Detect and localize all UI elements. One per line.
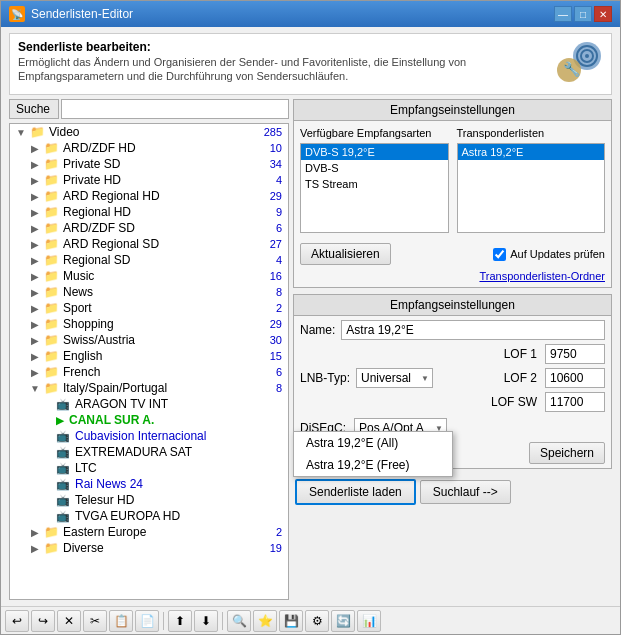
close-button[interactable]: ✕ (594, 6, 612, 22)
tree-item-cubavision[interactable]: 📺Cubavision Internacional (10, 428, 288, 444)
toolbar-btn-10[interactable]: 🔍 (227, 610, 251, 632)
lof1-label: LOF 1 (504, 347, 539, 361)
toolbar-btn-4[interactable]: 📋 (109, 610, 133, 632)
title-bar: 📡 Senderlisten-Editor — □ ✕ (1, 1, 620, 27)
transponder-astra-19-2[interactable]: Astra 19,2°E (458, 144, 605, 160)
toolbar-btn-14[interactable]: 🔄 (331, 610, 355, 632)
header-section: Senderliste bearbeiten: Ermöglicht das Ä… (9, 33, 612, 95)
dropdown-item-free[interactable]: Astra 19,2°E (Free) (294, 454, 452, 476)
tree-item-extremadura[interactable]: 📺EXTREMADURA SAT (10, 444, 288, 460)
transponder-lists-label: Transponderlisten (457, 127, 606, 139)
tree-item-telesur-hd[interactable]: 📺Telesur HD (10, 492, 288, 508)
tree-item-private-hd[interactable]: ▶📁Private HD4 (10, 172, 288, 188)
lof-sw-input[interactable] (545, 392, 605, 412)
available-type-dvb-s-19-2[interactable]: DVB-S 19,2°E (301, 144, 448, 160)
tree-item-music[interactable]: ▶📁Music16 (10, 268, 288, 284)
toolbar-btn-8[interactable]: ⬇ (194, 610, 218, 632)
available-types-label: Verfügbare Empfangsarten (300, 127, 449, 139)
channel-tree[interactable]: ▼📁Video285▶📁ARD/ZDF HD10▶📁Private SD34▶📁… (9, 123, 289, 600)
available-type-dvb-s[interactable]: DVB-S (301, 160, 448, 176)
main-window: 📡 Senderlisten-Editor — □ ✕ Senderliste … (0, 0, 621, 635)
title-controls: — □ ✕ (554, 6, 612, 22)
header-title: Senderliste bearbeiten: (18, 40, 547, 54)
toolbar-btn-7[interactable]: ⬆ (168, 610, 192, 632)
toolbar-btn-12[interactable]: 💾 (279, 610, 303, 632)
minimize-button[interactable]: — (554, 6, 572, 22)
scan-button[interactable]: Suchlauf --> (420, 480, 511, 504)
tree-item-private-sd[interactable]: ▶📁Private SD34 (10, 156, 288, 172)
tree-item-ard-regional-hd[interactable]: ▶📁ARD Regional HD29 (10, 188, 288, 204)
lnb-typ-label: LNB-Typ: (300, 371, 350, 385)
toolbar-btn-3[interactable]: ✂ (83, 610, 107, 632)
tree-item-tvga-europa-hd[interactable]: 📺TVGA EUROPA HD (10, 508, 288, 524)
header-desc-2: Empfangsparametern und die Durchführung … (18, 70, 547, 82)
bottom-bar: Senderliste laden Suchlauf --> Astra 19,… (293, 475, 612, 505)
transponder-lists-col: Transponderlisten Astra 19,2°E (457, 127, 606, 233)
tree-item-ard-zdf-sd[interactable]: ▶📁ARD/ZDF SD6 (10, 220, 288, 236)
tree-item-rai-news-24[interactable]: 📺Rai News 24 (10, 476, 288, 492)
toolbar-btn-0[interactable]: ↩ (5, 610, 29, 632)
toolbar-btn-2[interactable]: ✕ (57, 610, 81, 632)
tree-item-ard-zdf-hd[interactable]: ▶📁ARD/ZDF HD10 (10, 140, 288, 156)
tree-item-video[interactable]: ▼📁Video285 (10, 124, 288, 140)
tree-item-french[interactable]: ▶📁French6 (10, 364, 288, 380)
toolbar-separator (163, 612, 164, 630)
search-label: Suche (9, 99, 59, 119)
reception-section-title: Empfangseinstellungen (294, 100, 611, 121)
lnb-select-wrap: Universal (356, 368, 433, 388)
toolbar-btn-11[interactable]: ⭐ (253, 610, 277, 632)
tree-item-eastern-europe[interactable]: ▶📁Eastern Europe2 (10, 524, 288, 540)
search-input[interactable] (61, 99, 289, 119)
tree-item-ard-regional-sd[interactable]: ▶📁ARD Regional SD27 (10, 236, 288, 252)
tree-item-diverse[interactable]: ▶📁Diverse19 (10, 540, 288, 556)
toolbar-btn-5[interactable]: 📄 (135, 610, 159, 632)
tree-item-ltc[interactable]: 📺LTC (10, 460, 288, 476)
toolbar-separator (222, 612, 223, 630)
window-title: Senderlisten-Editor (31, 7, 133, 21)
search-bar: Suche (9, 99, 289, 119)
toolbar-btn-13[interactable]: ⚙ (305, 610, 329, 632)
available-types-col: Verfügbare Empfangsarten DVB-S 19,2°EDVB… (300, 127, 449, 233)
app-icon: 📡 (9, 6, 25, 22)
toolbar: ↩↪✕✂📋📄⬆⬇🔍⭐💾⚙🔄📊 (1, 606, 620, 634)
lof2-label: LOF 2 (504, 371, 539, 385)
maximize-button[interactable]: □ (574, 6, 592, 22)
content-area: Senderliste bearbeiten: Ermöglicht das Ä… (1, 27, 620, 606)
tree-item-sport[interactable]: ▶📁Sport2 (10, 300, 288, 316)
header-text: Senderliste bearbeiten: Ermöglicht das Ä… (18, 40, 547, 82)
tree-item-swiss-austria[interactable]: ▶📁Swiss/Austria30 (10, 332, 288, 348)
check-updates-label: Auf Updates prüfen (510, 248, 605, 260)
lnb-typ-select[interactable]: Universal (356, 368, 433, 388)
tree-item-italy-spain-portugal[interactable]: ▼📁Italy/Spain/Portugal8 (10, 380, 288, 396)
tree-item-canal-sur-a[interactable]: ▶CANAL SUR A. (10, 412, 288, 428)
title-bar-left: 📡 Senderlisten-Editor (9, 6, 133, 22)
dropdown-item-all[interactable]: Astra 19,2°E (All) (294, 432, 452, 454)
reception-content: Verfügbare Empfangsarten DVB-S 19,2°EDVB… (294, 121, 611, 239)
available-types-listbox[interactable]: DVB-S 19,2°EDVB-STS Stream (300, 143, 449, 233)
tree-item-news[interactable]: ▶📁News8 (10, 284, 288, 300)
transponder-listbox[interactable]: Astra 19,2°E (457, 143, 606, 233)
load-list-button[interactable]: Senderliste laden (295, 479, 416, 505)
update-row: Aktualisieren Auf Updates prüfen (294, 239, 611, 269)
left-panel: Suche ▼📁Video285▶📁ARD/ZDF HD10▶📁Private … (9, 99, 289, 600)
tree-item-english[interactable]: ▶📁English15 (10, 348, 288, 364)
save-button[interactable]: Speichern (529, 442, 605, 464)
toolbar-btn-15[interactable]: 📊 (357, 610, 381, 632)
tree-item-shopping[interactable]: ▶📁Shopping29 (10, 316, 288, 332)
check-updates-checkbox[interactable] (493, 248, 506, 261)
tree-item-regional-sd[interactable]: ▶📁Regional SD4 (10, 252, 288, 268)
tree-item-regional-hd[interactable]: ▶📁Regional HD9 (10, 204, 288, 220)
update-button[interactable]: Aktualisieren (300, 243, 391, 265)
tree-item-aragon-tv-int[interactable]: 📺ARAGON TV INT (10, 396, 288, 412)
toolbar-btn-1[interactable]: ↪ (31, 610, 55, 632)
svg-text:🔧: 🔧 (563, 61, 581, 78)
lof1-input[interactable] (545, 344, 605, 364)
lof2-input[interactable] (545, 368, 605, 388)
name-input[interactable] (341, 320, 605, 340)
reception-section: Empfangseinstellungen Verfügbare Empfang… (293, 99, 612, 288)
lnb-typ-row: LNB-Typ: Universal LOF 2 (294, 366, 611, 390)
name-label: Name: (300, 323, 335, 337)
transponder-folder-link[interactable]: Transponderlisten-Ordner (479, 270, 605, 282)
empfang-section-title: Empfangseinstellungen (294, 295, 611, 316)
available-type-ts-stream[interactable]: TS Stream (301, 176, 448, 192)
